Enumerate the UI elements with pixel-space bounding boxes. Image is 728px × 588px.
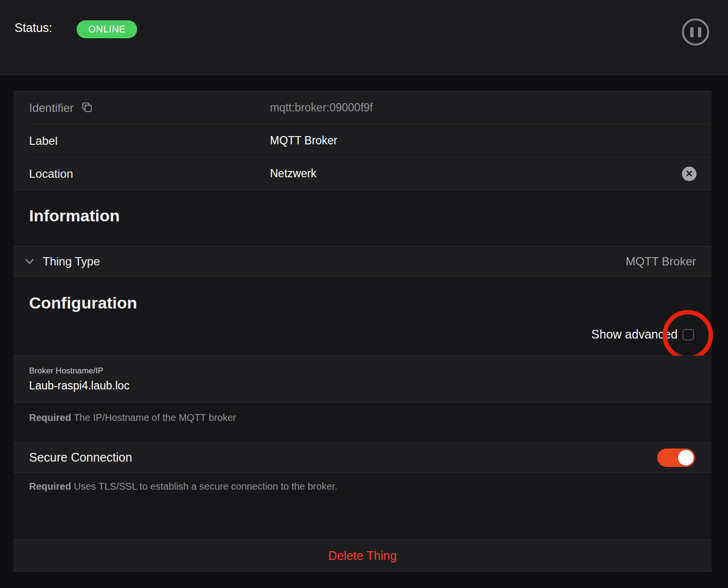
required-label: Required	[29, 412, 71, 423]
location-input[interactable]	[270, 157, 658, 190]
identity-card: Identifier mqtt:broker:09000f9f Label Lo…	[14, 91, 712, 190]
required-label: Required	[29, 481, 71, 492]
broker-hostname-input[interactable]	[29, 379, 465, 392]
status-badge: ONLINE	[77, 20, 137, 38]
thing-settings-page: Status: ONLINE Identifier mqtt:broker:09…	[0, 0, 728, 588]
secure-connection-toggle[interactable]	[657, 449, 695, 467]
identifier-label: Identifier	[29, 101, 93, 115]
identifier-value: mqtt:broker:09000f9f	[270, 92, 373, 124]
delete-thing-label: Delete Thing	[328, 549, 396, 563]
secure-connection-label: Secure Connection	[29, 450, 132, 464]
show-advanced-control[interactable]: Show advanced	[591, 327, 694, 341]
clear-location-button[interactable]: ✕	[682, 167, 696, 181]
pause-icon	[690, 27, 694, 37]
broker-hostname-row: Broker Hostname/IP	[14, 356, 712, 402]
toggle-knob	[678, 450, 694, 465]
label-input[interactable]	[270, 124, 658, 157]
close-icon: ✕	[685, 169, 693, 178]
help-text: The IP/Hostname of the MQTT broker	[71, 412, 237, 423]
show-advanced-label: Show advanced	[591, 327, 678, 341]
pause-icon	[698, 27, 701, 37]
secure-connection-help: Required Uses TLS/SSL to establish a sec…	[29, 481, 337, 492]
location-row: Location ✕	[14, 157, 712, 190]
broker-hostname-help: Required The IP/Hostname of the MQTT bro…	[29, 412, 236, 423]
pause-button[interactable]	[682, 18, 709, 46]
chevron-down-icon	[22, 254, 37, 269]
thing-type-value: MQTT Broker	[626, 255, 696, 268]
help-text: Uses TLS/SSL to establish a secure conne…	[71, 481, 337, 492]
delete-thing-button[interactable]: Delete Thing	[14, 540, 712, 572]
status-label: Status:	[15, 21, 52, 35]
location-field-label: Location	[29, 167, 73, 181]
copy-icon[interactable]	[81, 102, 93, 114]
status-bar: Status: ONLINE	[0, 0, 728, 75]
broker-hostname-label: Broker Hostname/IP	[29, 366, 712, 376]
label-field-label: Label	[29, 134, 58, 148]
thing-type-label: Thing Type	[43, 255, 100, 268]
information-heading: Information	[29, 206, 120, 225]
identifier-label-text: Identifier	[29, 101, 74, 115]
label-row: Label	[14, 124, 712, 157]
secure-connection-row: Secure Connection	[14, 442, 712, 473]
configuration-heading: Configuration	[29, 294, 137, 312]
identifier-row: Identifier mqtt:broker:09000f9f	[14, 92, 712, 124]
show-advanced-checkbox[interactable]	[682, 329, 694, 340]
thing-type-row[interactable]: Thing Type MQTT Broker	[14, 246, 712, 277]
